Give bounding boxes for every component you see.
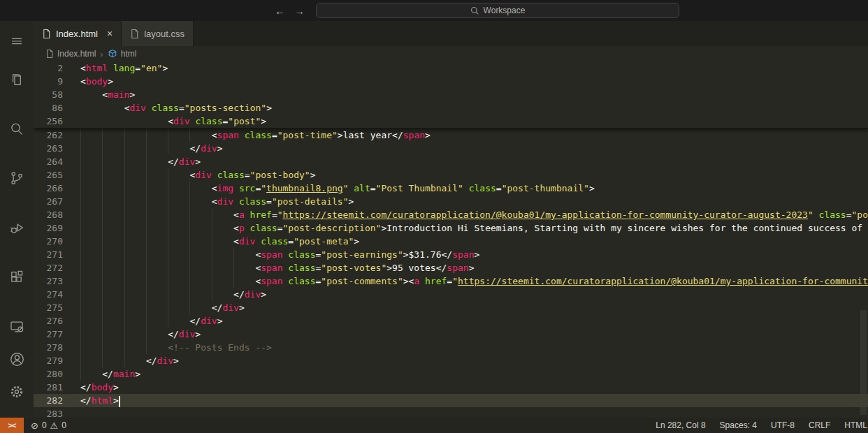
indent-guide — [124, 235, 146, 248]
line-number[interactable]: 274 — [34, 288, 80, 301]
settings-gear-icon[interactable] — [0, 375, 34, 408]
line-number[interactable]: 272 — [34, 261, 80, 274]
tab-label: Index.html — [56, 29, 98, 39]
problems-status[interactable]: ⊘ 0 ⚠ 0 — [31, 420, 66, 431]
breadcrumb-file[interactable]: Index.html — [45, 49, 96, 59]
line-number[interactable]: 278 — [34, 341, 80, 354]
encoding-status[interactable]: UTF-8 — [764, 418, 802, 433]
vertical-scrollbar[interactable] — [860, 310, 867, 415]
line-number[interactable]: 264 — [34, 155, 80, 168]
account-icon[interactable] — [0, 343, 34, 376]
line-number[interactable]: 265 — [34, 168, 80, 182]
indent-guide — [212, 208, 233, 221]
eol-status[interactable]: CRLF — [802, 418, 837, 433]
code-line-58[interactable]: 58 <main> — [34, 88, 868, 101]
code-line-264[interactable]: 264</div> — [34, 155, 868, 168]
breadcrumb-symbol-label: html — [121, 49, 137, 59]
editor[interactable]: 2<html lang="en">9<body>58 <main>86 <div… — [34, 61, 868, 418]
code-line-263[interactable]: 263</div> — [34, 142, 868, 155]
line-number[interactable]: 270 — [34, 235, 80, 248]
line-number[interactable]: 58 — [34, 88, 80, 101]
indent-guide — [168, 274, 189, 288]
code-line-268[interactable]: 268<a href="https://steemit.com/curatora… — [34, 208, 868, 221]
indent-guide — [146, 142, 168, 155]
code-line-274[interactable]: 274</div> — [34, 288, 868, 301]
code-line-270[interactable]: 270<div class="post-meta"> — [34, 235, 868, 248]
close-icon[interactable]: × — [107, 28, 113, 39]
search-sidebar-icon[interactable] — [0, 112, 34, 145]
line-number[interactable]: 271 — [34, 248, 80, 261]
remote-indicator[interactable]: >< — [0, 418, 24, 433]
line-number[interactable]: 269 — [34, 221, 80, 235]
code-line-267[interactable]: 267<div class="post-details"> — [34, 195, 868, 208]
cursor-position-status[interactable]: Ln 282, Col 8 — [649, 418, 712, 433]
line-number[interactable]: 9 — [34, 75, 80, 88]
line-number[interactable]: 86 — [34, 101, 80, 115]
indent-guide — [146, 195, 168, 208]
indent-guide — [146, 314, 168, 328]
code-content: </div> — [80, 354, 868, 367]
line-number[interactable]: 266 — [34, 182, 80, 195]
line-number[interactable]: 2 — [34, 61, 80, 75]
line-number[interactable]: 276 — [34, 314, 80, 328]
code-line-280[interactable]: 280</main> — [34, 367, 868, 381]
command-center-search[interactable]: Workspace — [316, 3, 679, 18]
code-line-273[interactable]: 273<span class="post-comments"><a href="… — [34, 274, 868, 288]
indent-guide — [168, 182, 189, 195]
language-mode-status[interactable]: HTML — [837, 418, 868, 433]
line-number[interactable]: 283 — [34, 407, 80, 418]
code-line-265[interactable]: 265<div class="post-body"> — [34, 168, 868, 182]
line-number[interactable]: 268 — [34, 208, 80, 221]
line-number[interactable]: 275 — [34, 301, 80, 314]
code-line-283[interactable]: 283 — [34, 407, 868, 418]
code-line-277[interactable]: 277</div> — [34, 328, 868, 341]
indent-guide — [102, 129, 124, 142]
tab-layout-css[interactable]: layout.css — [122, 21, 194, 46]
breadcrumb-symbol[interactable]: html — [108, 49, 137, 59]
code-line-9[interactable]: 9<body> — [34, 75, 868, 88]
line-number[interactable]: 262 — [34, 129, 80, 142]
code-line-275[interactable]: 275</div> — [34, 301, 868, 314]
title-bar: ← → Workspace — [0, 0, 868, 21]
code-line-262[interactable]: 262<span class="post-time">last year</sp… — [34, 129, 868, 142]
line-number[interactable]: 281 — [34, 381, 80, 394]
source-control-icon[interactable] — [0, 162, 34, 195]
line-number[interactable]: 280 — [34, 367, 80, 381]
line-number[interactable]: 267 — [34, 195, 80, 208]
code-line-278[interactable]: 278<!-- Posts Ends --> — [34, 341, 868, 354]
line-number[interactable]: 277 — [34, 328, 80, 341]
code-line-272[interactable]: 272<span class="post-votes">95 votes</sp… — [34, 261, 868, 274]
code-line-281[interactable]: 281</body> — [34, 381, 868, 394]
code-line-276[interactable]: 276</div> — [34, 314, 868, 328]
line-number[interactable]: 282 — [34, 394, 80, 407]
code-area[interactable]: 262<span class="post-time">last year</sp… — [34, 129, 868, 418]
forward-arrow-icon[interactable]: → — [294, 5, 305, 17]
code-line-269[interactable]: 269<p class="post-description">Introduct… — [34, 221, 868, 235]
line-number[interactable]: 273 — [34, 274, 80, 288]
indent-guide — [124, 195, 146, 208]
indent-guide — [146, 341, 168, 354]
line-number[interactable]: 279 — [34, 354, 80, 367]
line-number[interactable]: 256 — [34, 115, 80, 128]
explorer-icon[interactable] — [0, 64, 34, 96]
line-number[interactable]: 263 — [34, 142, 80, 155]
breadcrumb: Index.html › html — [34, 46, 868, 61]
indent-guide — [102, 354, 124, 367]
code-line-282[interactable]: 282</html> — [34, 394, 868, 407]
code-line-86[interactable]: 86 <div class="posts-section"> — [34, 101, 868, 115]
indentation-status[interactable]: Spaces: 4 — [713, 418, 764, 433]
extensions-icon[interactable] — [0, 260, 34, 293]
code-line-256[interactable]: 256 <div class="post"> — [34, 115, 868, 128]
code-line-2[interactable]: 2<html lang="en"> — [34, 61, 868, 75]
remote-explorer-icon[interactable] — [0, 310, 34, 343]
back-arrow-icon[interactable]: ← — [275, 5, 285, 17]
code-line-271[interactable]: 271<span class="post-earnings">$31.76</s… — [34, 248, 868, 261]
code-line-266[interactable]: 266<img src="thumbnail8.png" alt="Post T… — [34, 182, 868, 195]
indent-guide — [146, 155, 168, 168]
tab-index-html[interactable]: Index.html × — [34, 21, 122, 46]
run-debug-icon[interactable] — [0, 212, 34, 244]
indent-guide — [168, 301, 189, 314]
code-line-279[interactable]: 279</div> — [34, 354, 868, 367]
code-content: <div class="post-details"> — [80, 195, 868, 208]
menu-icon[interactable] — [0, 25, 34, 58]
